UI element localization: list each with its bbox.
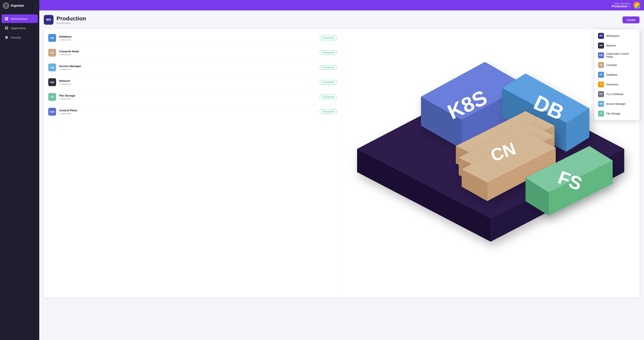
dropdown-label-network: Network bbox=[606, 44, 616, 47]
svg-point-0 bbox=[4, 4, 8, 7]
resource-name-db: Database bbox=[59, 35, 317, 38]
sidebar-item-security[interactable]: Security bbox=[2, 33, 38, 42]
resource-count-nw: 2 resources bbox=[59, 83, 317, 85]
user-avatar[interactable] bbox=[634, 2, 640, 8]
status-badge-k8s: Provisioned bbox=[320, 110, 337, 114]
resource-item-nw[interactable]: NW Network 2 resources Provisioned bbox=[44, 75, 342, 90]
page-subtitle: Infrastructure bbox=[56, 22, 86, 24]
status-badge-fs: Provisioned bbox=[320, 95, 337, 99]
dropdown-item-workspace[interactable]: WS Workspace bbox=[594, 31, 640, 41]
sidebar: Kapstan ‹ Infrastructure Applications bbox=[0, 0, 39, 340]
resource-icon-cn: CN bbox=[48, 49, 56, 57]
panels-container: DB Database 1 resources Provisioned CN C… bbox=[44, 29, 640, 298]
dropdown-icon-file_storage: FS bbox=[598, 111, 604, 117]
resource-count-db: 1 resources bbox=[59, 38, 317, 41]
dropdown-menu: WS Workspace NW Network K8S Kubernetes C… bbox=[594, 29, 640, 120]
resource-icon-db: DB bbox=[48, 34, 56, 42]
resource-item-k8s[interactable]: K8S Control Plane 1 resources Provisione… bbox=[44, 104, 342, 119]
status-badge-nw: Provisioned bbox=[320, 80, 337, 84]
page-title: Production bbox=[56, 15, 86, 22]
resource-count-am: 1 resources bbox=[59, 68, 317, 71]
logo-icon bbox=[3, 2, 9, 8]
resource-count-k8s: 1 resources bbox=[59, 112, 317, 115]
content-area: WS Production Infrastructure Create WS W… bbox=[39, 10, 644, 340]
main-area: Select Workspace Production ▼ WS Product… bbox=[39, 0, 644, 340]
nav-menu: Infrastructure Applications Security bbox=[0, 11, 39, 45]
dropdown-item-k8s[interactable]: K8S Kubernetes Control Plane bbox=[594, 50, 640, 60]
resource-info-nw: Network 2 resources bbox=[59, 79, 317, 85]
create-button[interactable]: Create bbox=[622, 16, 640, 23]
workspace-label: Select Workspace bbox=[614, 2, 630, 5]
dropdown-icon-workspace: WS bbox=[598, 33, 604, 39]
resource-info-am: Access Manager 1 resources bbox=[59, 64, 317, 71]
resource-icon-nw: NW bbox=[48, 78, 56, 86]
dropdown-label-file_storage: File Storage bbox=[606, 112, 620, 115]
resource-icon-k8s: K8S bbox=[48, 108, 56, 116]
resource-item-db[interactable]: DB Database 1 resources Provisioned bbox=[44, 31, 342, 45]
security-icon bbox=[4, 35, 8, 39]
dropdown-label-access_manager: Access Manager bbox=[606, 102, 626, 105]
page-badge: WS bbox=[44, 15, 54, 25]
svg-rect-7 bbox=[7, 28, 8, 29]
resource-name-k8s: Control Plane bbox=[59, 109, 317, 112]
dropdown-label-k8s: Kubernetes Control Plane bbox=[606, 52, 636, 58]
dropdown-item-access_manager[interactable]: AM Access Manager bbox=[594, 99, 640, 109]
dropdown-icon-compute: CN bbox=[598, 62, 604, 68]
dropdown-label-serverless: Serverless bbox=[606, 83, 618, 86]
brand-name: Kapstan bbox=[11, 4, 24, 8]
create-area: Create WS Workspace NW Network K8S Kuber… bbox=[622, 16, 640, 23]
dropdown-label-tls: TLS Certificate bbox=[606, 93, 624, 96]
workspace-arrow-icon: ▼ bbox=[629, 5, 630, 7]
resource-item-am[interactable]: AM Access Manager 1 resources Provisione… bbox=[44, 60, 342, 75]
svg-rect-6 bbox=[5, 28, 6, 29]
resource-info-fs: File Storage 1 resources bbox=[59, 94, 317, 100]
page-title-block: WS Production Infrastructure bbox=[44, 15, 86, 25]
resource-list: DB Database 1 resources Provisioned CN C… bbox=[44, 29, 342, 298]
resource-count-fs: 1 resources bbox=[59, 98, 317, 100]
dropdown-item-network[interactable]: NW Network bbox=[594, 41, 640, 50]
dropdown-label-workspace: Workspace bbox=[606, 34, 619, 37]
dropdown-item-tls[interactable]: CRT TLS Certificate bbox=[594, 89, 640, 99]
svg-rect-2 bbox=[7, 17, 8, 18]
sidebar-item-label-applications: Applications bbox=[11, 26, 26, 30]
page-title-text: Production Infrastructure bbox=[56, 15, 86, 24]
resource-name-nw: Network bbox=[59, 79, 317, 82]
resource-name-am: Access Manager bbox=[59, 64, 317, 68]
collapse-button[interactable]: ‹ bbox=[35, 4, 36, 7]
dropdown-item-file_storage[interactable]: FS File Storage bbox=[594, 109, 640, 118]
status-badge-cn: Provisioned bbox=[320, 50, 337, 55]
resource-count-cn: 1 resources bbox=[59, 53, 317, 56]
svg-rect-5 bbox=[5, 26, 8, 27]
workspace-value: Production ▼ bbox=[612, 5, 630, 8]
infrastructure-icon bbox=[4, 17, 8, 21]
dropdown-item-compute[interactable]: CN Compute bbox=[594, 60, 640, 70]
applications-icon bbox=[4, 26, 8, 30]
dropdown-icon-database: DB bbox=[598, 72, 604, 78]
dropdown-icon-access_manager: AM bbox=[598, 101, 604, 107]
dropdown-icon-network: NW bbox=[598, 43, 604, 49]
sidebar-item-infrastructure[interactable]: Infrastructure bbox=[2, 14, 38, 23]
svg-rect-1 bbox=[5, 17, 6, 18]
dropdown-item-database[interactable]: DB Database bbox=[594, 70, 640, 80]
sidebar-item-label-infrastructure: Infrastructure bbox=[11, 17, 27, 20]
resource-icon-fs: FS bbox=[48, 93, 56, 101]
sidebar-header: Kapstan ‹ bbox=[0, 0, 39, 11]
sidebar-item-label-security: Security bbox=[11, 36, 21, 39]
topbar: Select Workspace Production ▼ bbox=[39, 0, 644, 10]
resource-icon-am: AM bbox=[48, 63, 56, 71]
svg-rect-4 bbox=[7, 19, 8, 20]
resource-info-cn: Compute Node 1 resources bbox=[59, 50, 317, 56]
dropdown-label-database: Database bbox=[606, 73, 618, 76]
page-header: WS Production Infrastructure Create WS W… bbox=[44, 15, 640, 25]
resource-name-cn: Compute Node bbox=[59, 50, 317, 53]
svg-rect-3 bbox=[5, 19, 6, 20]
workspace-selector[interactable]: Select Workspace Production ▼ bbox=[612, 2, 630, 8]
sidebar-item-applications[interactable]: Applications bbox=[2, 24, 38, 32]
resource-name-fs: File Storage bbox=[59, 94, 317, 97]
resource-item-fs[interactable]: FS File Storage 1 resources Provisioned bbox=[44, 90, 342, 104]
resource-info-db: Database 1 resources bbox=[59, 35, 317, 41]
dropdown-icon-k8s: K8S bbox=[598, 52, 604, 58]
dropdown-item-serverless[interactable]: SF Serverless bbox=[594, 80, 640, 89]
resource-item-cn[interactable]: CN Compute Node 1 resources Provisioned bbox=[44, 45, 342, 60]
dropdown-icon-tls: CRT bbox=[598, 91, 604, 97]
